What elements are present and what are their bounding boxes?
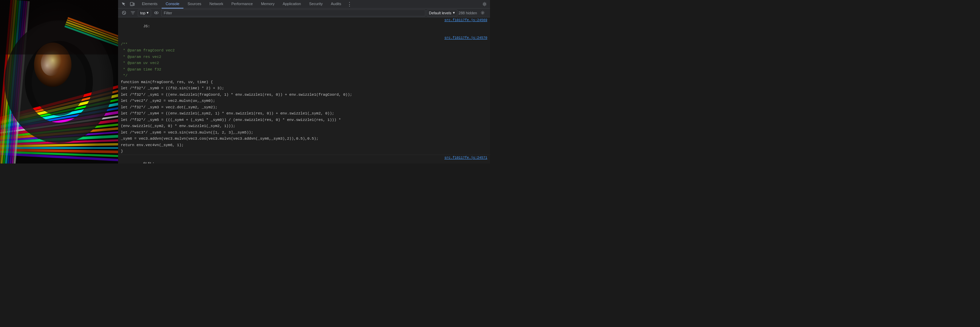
tab-application[interactable]: Application: [279, 0, 305, 8]
js-code-line-2: let /*f32*/ _sym0 = ((f32.sin(time) * 2)…: [118, 85, 490, 92]
js-comment-6: */: [118, 73, 490, 79]
devtools-icon-group: [118, 0, 138, 8]
svg-rect-39: [0, 0, 118, 164]
glsl-label: GLSL:: [121, 155, 442, 164]
svg-point-48: [482, 12, 483, 14]
js-comment-3: * @param res vec2: [118, 54, 490, 60]
js-code-line-11: return env.vec4vn(_sym6, 1);: [118, 142, 490, 148]
js-comment-2: * @param fragCoord vec2: [118, 47, 490, 54]
devtools-settings-icon[interactable]: [480, 0, 488, 8]
js-code-line-7: let /*f32*/ _sym5 = (((_sym4 + (_sym1 * …: [118, 117, 490, 123]
eye-icon[interactable]: [153, 9, 160, 17]
js-section: JS: src.f10117fe.js:24569 src.f10117fe.j…: [118, 18, 490, 155]
tab-elements[interactable]: Elements: [138, 0, 162, 8]
more-tabs-button[interactable]: ⋮: [345, 0, 353, 8]
js-label-row: JS: src.f10117fe.js:24569: [118, 18, 490, 35]
svg-rect-41: [134, 3, 134, 5]
inspect-element-icon[interactable]: [119, 0, 127, 8]
js-code-line-6: let /*f32*/ _sym4 = ((env.swizzle1(_sym2…: [118, 110, 490, 117]
devtools-tabs: Elements Console Sources Network Perform…: [138, 0, 480, 8]
console-output[interactable]: JS: src.f10117fe.js:24569 src.f10117fe.j…: [118, 18, 490, 164]
js-code-line-3: let /*f32*/ _sym1 = ((env.swizzle1(fragC…: [118, 92, 490, 98]
glsl-source-link-1[interactable]: src.f10117fe.js:24571: [444, 155, 487, 160]
svg-point-47: [156, 12, 157, 14]
js-code-line-8: (env.swizzle1(_sym2, 0) * env.swizzle1(_…: [118, 123, 490, 129]
context-label: top: [140, 11, 145, 15]
devtools-panel: Elements Console Sources Network Perform…: [118, 0, 490, 164]
svg-line-45: [123, 12, 125, 14]
context-selector[interactable]: top ▾: [138, 10, 151, 16]
tab-performance[interactable]: Performance: [227, 0, 257, 8]
js-code-line-1: function main(fragCoord, res, uv, time) …: [118, 79, 490, 86]
console-settings-icon[interactable]: [479, 9, 487, 17]
glsl-section: GLSL: src.f10117fe.js:24571 src.f10117fe…: [118, 155, 490, 164]
js-source-link-2[interactable]: src.f10117fe.js:24570: [444, 35, 487, 40]
js-label: JS:: [121, 18, 442, 35]
js-code-line-12: }: [118, 148, 490, 155]
hidden-count: 288 hidden: [459, 11, 477, 15]
tab-network[interactable]: Network: [205, 0, 227, 8]
tab-audits[interactable]: Audits: [327, 0, 345, 8]
glsl-label-row: GLSL: src.f10117fe.js:24571: [118, 155, 490, 164]
js-comment-4: * @param uv vec2: [118, 60, 490, 66]
js-comment-1: /**: [118, 41, 490, 48]
js-code-line-5: let /*f32*/ _sym3 = vec2.dot(_sym2, _sym…: [118, 104, 490, 111]
js-code-line-10: _sym6 = vec3.addvn(vec3.mulvn(vec3.cos(v…: [118, 136, 490, 142]
js-source-link-1[interactable]: src.f10117fe.js:24569: [444, 18, 487, 23]
js-src2-row: src.f10117fe.js:24570: [118, 35, 490, 41]
js-code-line-4: let /*vec2*/ _sym2 = vec2.mulvn(uv,_sym0…: [118, 98, 490, 104]
device-toolbar-icon[interactable]: [128, 0, 137, 8]
canvas-panel: [0, 0, 118, 164]
devtools-topbar: Elements Console Sources Network Perform…: [118, 0, 490, 8]
canvas-svg: [0, 0, 118, 164]
levels-arrow: ▾: [453, 11, 455, 15]
tab-sources[interactable]: Sources: [183, 0, 205, 8]
filter-icon[interactable]: [129, 9, 137, 17]
levels-selector[interactable]: Default levels ▾: [427, 10, 457, 16]
js-code-line-9: let /*vec3*/ _sym6 = vec3.sin(vec3.mulvn…: [118, 129, 490, 136]
js-comment-5: * @param time f32: [118, 66, 490, 73]
tab-console[interactable]: Console: [162, 0, 183, 8]
svg-point-43: [484, 3, 485, 5]
tab-memory[interactable]: Memory: [257, 0, 279, 8]
filter-input[interactable]: [161, 10, 425, 16]
tab-security[interactable]: Security: [305, 0, 327, 8]
levels-label: Default levels: [429, 11, 452, 15]
context-dropdown-arrow: ▾: [147, 11, 149, 15]
clear-console-icon[interactable]: [120, 9, 127, 17]
console-toolbar: top ▾ Default levels ▾ 288 hidden: [118, 8, 490, 18]
